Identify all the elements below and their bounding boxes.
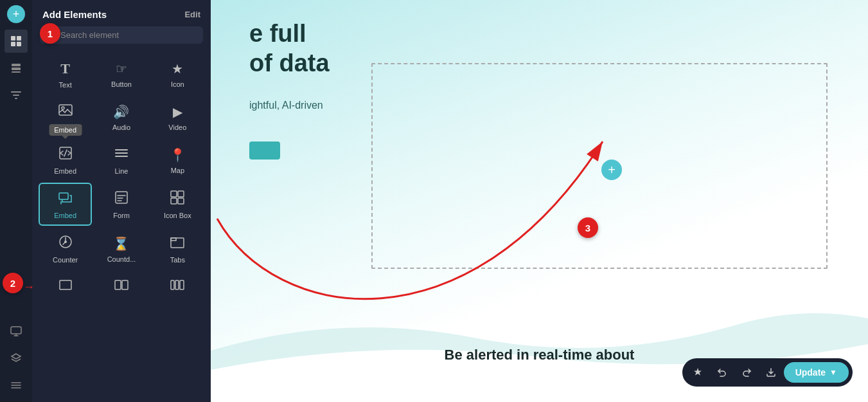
panel-title: Add Elements bbox=[42, 9, 107, 20]
sidebar-icon-elements[interactable] bbox=[4, 30, 28, 53]
edit-link[interactable]: Edit bbox=[184, 10, 200, 19]
bottom-toolbar: Update ▼ bbox=[682, 358, 853, 387]
element-embed-top[interactable]: Embed Embed bbox=[39, 140, 92, 180]
svg-rect-20 bbox=[60, 280, 71, 289]
countdown-icon: ⌛ bbox=[113, 236, 129, 251]
svg-rect-16 bbox=[178, 198, 184, 204]
svg-rect-23 bbox=[171, 280, 174, 289]
svg-rect-12 bbox=[116, 192, 127, 203]
element-countdown[interactable]: ⌛ Countd... bbox=[94, 228, 148, 269]
annotation-2-arrow: → bbox=[23, 280, 35, 294]
svg-rect-7 bbox=[11, 327, 21, 334]
selection-box bbox=[371, 63, 828, 269]
element-line[interactable]: Line bbox=[94, 140, 148, 180]
svg-rect-5 bbox=[12, 68, 21, 70]
line-icon bbox=[114, 146, 128, 163]
canvas-bottom-text: Be alerted in real-time about bbox=[445, 347, 635, 363]
update-button[interactable]: Update ▼ bbox=[784, 362, 849, 383]
element-embed-top-label: Embed bbox=[54, 167, 76, 175]
sidebar-icon-filter[interactable] bbox=[4, 84, 28, 107]
element-audio-label: Audio bbox=[112, 123, 130, 131]
element-tabs[interactable]: Tabs bbox=[151, 228, 204, 269]
element-line-label: Line bbox=[115, 167, 128, 175]
element-col2[interactable] bbox=[94, 271, 148, 300]
element-iconbox-label: Icon Box bbox=[164, 212, 191, 219]
element-col3[interactable] bbox=[151, 271, 204, 300]
search-input[interactable] bbox=[60, 30, 197, 40]
sidebar-icon-pages[interactable] bbox=[4, 57, 28, 80]
toolbar-magic-btn[interactable] bbox=[686, 361, 709, 384]
toolbar-redo-btn[interactable] bbox=[735, 361, 758, 384]
col1-icon bbox=[58, 278, 73, 295]
element-video[interactable]: ▶ Video bbox=[151, 96, 204, 137]
counter-icon bbox=[58, 235, 73, 252]
svg-rect-24 bbox=[175, 280, 179, 289]
svg-rect-22 bbox=[122, 280, 128, 289]
canvas-subtitle: ightful, AI-driven bbox=[249, 100, 323, 111]
canvas-add-button[interactable]: + bbox=[601, 160, 622, 180]
element-video-label: Video bbox=[168, 123, 186, 131]
element-button-label: Button bbox=[111, 80, 132, 88]
svg-rect-0 bbox=[11, 36, 15, 41]
element-counter-label: Counter bbox=[53, 256, 78, 264]
canvas-cta-button[interactable] bbox=[249, 142, 280, 160]
element-text[interactable]: T Text bbox=[39, 54, 92, 94]
col2-icon bbox=[114, 278, 128, 295]
svg-point-9 bbox=[62, 107, 64, 109]
update-chevron: ▼ bbox=[829, 368, 837, 377]
element-form[interactable]: Form bbox=[94, 183, 148, 226]
canvas-heading: e full of data bbox=[249, 19, 330, 78]
element-map-label: Map bbox=[171, 167, 184, 174]
sidebar-icon-menu[interactable] bbox=[4, 374, 28, 397]
element-col1[interactable] bbox=[39, 271, 92, 300]
toolbar-export-btn[interactable] bbox=[759, 361, 783, 384]
svg-rect-25 bbox=[180, 280, 184, 289]
svg-rect-13 bbox=[171, 191, 177, 197]
text-icon: T bbox=[60, 60, 70, 77]
toolbar-undo-btn[interactable] bbox=[711, 361, 734, 384]
svg-rect-4 bbox=[12, 64, 21, 66]
canvas-area: e full of data ightful, AI-driven Be ale… bbox=[211, 0, 868, 402]
elements-grid: T Text ☞ Button ★ Icon Image 🔊 Audio ▶ V… bbox=[32, 51, 211, 303]
svg-rect-6 bbox=[12, 71, 21, 73]
svg-rect-8 bbox=[59, 105, 72, 115]
search-bar: 🔍 bbox=[40, 26, 203, 44]
icon-icon: ★ bbox=[172, 61, 183, 77]
element-countdown-label: Countd... bbox=[107, 255, 136, 263]
svg-point-18 bbox=[64, 241, 67, 243]
svg-rect-19 bbox=[171, 238, 184, 248]
element-image-label: Image bbox=[55, 124, 75, 132]
element-icon[interactable]: ★ Icon bbox=[151, 54, 204, 94]
col3-icon bbox=[170, 278, 184, 295]
form-icon bbox=[114, 190, 128, 208]
thin-sidebar: + bbox=[0, 0, 32, 402]
svg-rect-21 bbox=[115, 280, 121, 289]
element-map[interactable]: 📍 Map bbox=[151, 140, 204, 180]
svg-rect-3 bbox=[17, 42, 21, 46]
video-icon: ▶ bbox=[173, 104, 182, 120]
annotation-2: 2 bbox=[3, 273, 23, 293]
canvas-background: e full of data ightful, AI-driven Be ale… bbox=[211, 0, 868, 402]
annotation-3: 3 bbox=[578, 217, 598, 238]
sidebar-icon-monitor[interactable] bbox=[4, 320, 28, 343]
element-counter[interactable]: Counter bbox=[39, 228, 92, 269]
audio-icon: 🔊 bbox=[113, 104, 129, 120]
panel-header: Add Elements Edit bbox=[32, 0, 211, 26]
tabs-icon bbox=[170, 235, 184, 252]
map-icon: 📍 bbox=[170, 147, 186, 163]
embed-icon bbox=[58, 190, 73, 208]
element-image[interactable]: Image bbox=[39, 96, 92, 137]
element-form-label: Form bbox=[113, 212, 130, 219]
element-audio[interactable]: 🔊 Audio bbox=[94, 96, 148, 137]
element-embed[interactable]: Embed bbox=[39, 183, 92, 226]
element-button[interactable]: ☞ Button bbox=[94, 54, 148, 94]
image-icon bbox=[58, 103, 73, 120]
elements-panel: Add Elements Edit 🔍 T Text ☞ Button ★ Ic… bbox=[32, 0, 211, 402]
button-icon: ☞ bbox=[116, 61, 127, 77]
add-button[interactable]: + bbox=[7, 5, 25, 23]
iconbox-icon bbox=[170, 190, 184, 208]
svg-rect-2 bbox=[11, 42, 15, 46]
element-iconbox[interactable]: Icon Box bbox=[151, 183, 204, 226]
sidebar-icon-layers[interactable] bbox=[4, 347, 28, 370]
svg-rect-1 bbox=[17, 36, 21, 41]
